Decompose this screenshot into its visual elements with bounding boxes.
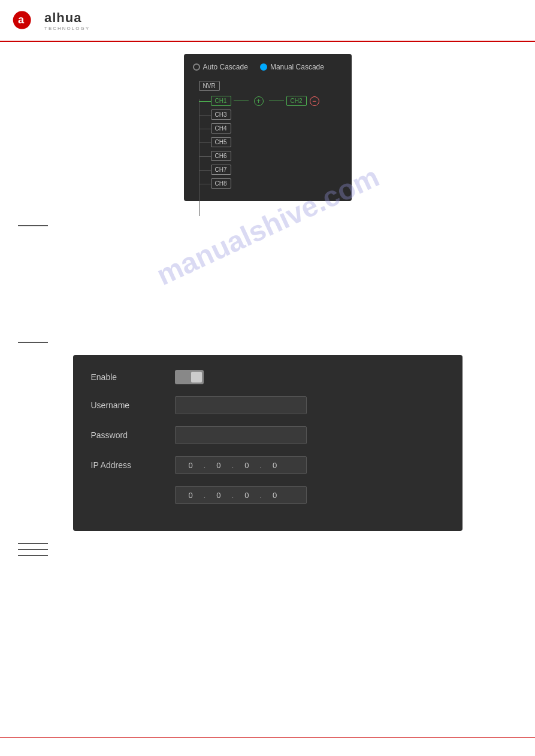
ip-octet-3[interactable] [236,457,257,473]
brand-name: alhua [44,10,90,26]
ch2-box[interactable]: CH2 [286,96,307,106]
bottom-line-2 [18,549,48,550]
auto-cascade-radio[interactable] [193,63,200,71]
ch8-box[interactable]: CH8 [211,178,231,189]
footer-line [0,737,535,738]
bottom-line-1 [18,543,48,544]
cascade-options: Auto Cascade Manual Cascade [193,63,343,71]
ch8-row: CH8 [199,178,343,189]
password-row: Password [91,426,445,444]
remove-button[interactable]: − [310,96,319,106]
ch6-row: CH6 [199,151,343,161]
ch3-row: CH3 [199,110,343,120]
ip-dot-1: . [204,460,206,470]
logo-text: alhua TECHNOLOGY [44,10,90,31]
ip-dot-2: . [231,460,234,470]
manual-cascade-label: Manual Cascade [270,63,324,71]
username-row: Username [91,396,445,414]
ip2-octet-4[interactable] [264,487,285,503]
add-button[interactable]: + [254,96,264,106]
enable-toggle[interactable] [175,370,204,384]
ch1-connector [199,101,211,102]
ch4-connector [199,129,211,129]
logo: a alhua TECHNOLOGY [12,8,90,32]
ch7-connector [199,170,211,171]
svg-text:a: a [18,13,25,26]
enable-row: Enable [91,370,445,384]
ch3-box[interactable]: CH3 [211,110,231,120]
ip2-dot-1: . [204,490,206,500]
ch1-line2 [269,101,284,101]
brand-sub: TECHNOLOGY [44,26,90,31]
ip-octet-4[interactable] [264,457,285,473]
spacer-area [18,229,517,337]
manual-cascade-radio[interactable] [260,63,267,71]
ch5-row: CH5 [199,137,343,147]
ip-octet-1[interactable] [180,457,201,473]
username-input[interactable] [175,396,307,414]
ip2-dot-3: . [259,490,262,500]
manual-cascade-option[interactable]: Manual Cascade [260,63,324,71]
ch1-box[interactable]: CH1 [211,96,231,106]
ch5-box[interactable]: CH5 [211,137,231,147]
ch7-row: CH7 [199,165,343,175]
ip-address-label: IP Address [91,460,175,470]
main-content: Auto Cascade Manual Cascade NVR CH1 [0,42,535,573]
ip-address-row-2: . . . [91,486,445,504]
ch1-line [234,101,249,101]
auto-cascade-option[interactable]: Auto Cascade [193,63,248,71]
password-input[interactable] [175,426,307,444]
text-line-1 [18,225,48,226]
ip-address-field: . . . [175,456,307,474]
ip2-octet-3[interactable] [236,487,257,503]
enable-label: Enable [91,372,175,382]
ch6-connector [199,156,211,157]
ip-dot-3: . [259,460,262,470]
bottom-line-3 [18,555,48,556]
dahua-logo-icon: a [12,8,42,32]
ch3-connector [199,115,211,116]
password-label: Password [91,430,175,440]
ip-address-field-2: . . . [175,486,307,504]
form-panel: Enable Username Password IP Address . . … [73,355,463,531]
ch4-box[interactable]: CH4 [211,123,231,133]
ch6-box[interactable]: CH6 [211,151,231,161]
ip2-octet-1[interactable] [180,487,201,503]
ip2-octet-2[interactable] [208,487,229,503]
nvr-box: NVR [199,81,220,91]
auto-cascade-label: Auto Cascade [203,63,248,71]
cascade-panel: Auto Cascade Manual Cascade NVR CH1 [184,54,352,201]
ip-octet-2[interactable] [208,457,229,473]
ip-address-row: IP Address . . . [91,456,445,474]
ch7-box[interactable]: CH7 [211,165,231,175]
ch1-row: CH1 + CH2 − [199,96,343,106]
ch5-connector [199,142,211,143]
bottom-lines [18,543,517,556]
ch4-row: CH4 [199,123,343,133]
ip2-dot-2: . [231,490,234,500]
header: a alhua TECHNOLOGY [0,0,535,42]
text-line-2 [18,342,48,343]
username-label: Username [91,400,175,410]
ch8-connector [199,184,211,184]
